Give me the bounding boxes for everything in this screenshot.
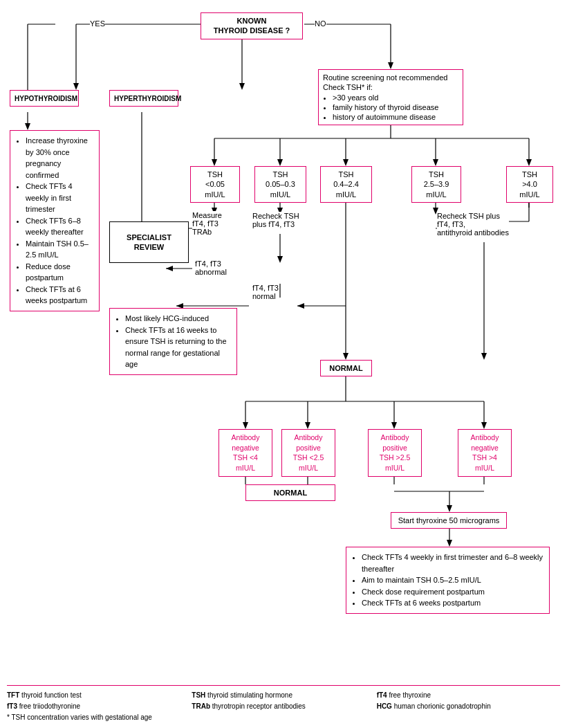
svg-marker-8 — [388, 62, 393, 69]
tsh-5-box: TSH >4.0 mIU/L — [506, 166, 553, 203]
measure-ft4-label: MeasurefT4, fT3TRAb — [192, 211, 222, 236]
tsh-3-box: TSH 0.4–2.4 mIU/L — [320, 166, 372, 203]
svg-marker-34 — [277, 256, 283, 263]
svg-marker-36 — [166, 266, 173, 271]
hypo-list-box: Increase thyroxine by 30% once pregnancy… — [10, 130, 100, 311]
footer-col1: TFT thyroid function test fT3 free triio… — [7, 690, 190, 723]
svg-marker-58 — [243, 422, 248, 429]
svg-marker-26 — [526, 159, 532, 166]
hypo-list: Increase thyroxine by 30% once pregnancy… — [16, 135, 93, 307]
svg-marker-42 — [297, 303, 304, 309]
ab-neg-tsh4-box: Antibody negative TSH <4 mIU/L — [219, 429, 272, 477]
svg-marker-10 — [239, 83, 245, 90]
ft4-ft3-abnormal-label: fT4, fT3abnormal — [195, 260, 227, 276]
known-thyroid-box: KNOWN THYROID DISEASE ? — [201, 12, 303, 39]
svg-marker-12 — [25, 123, 30, 130]
svg-marker-20 — [277, 159, 283, 166]
svg-marker-18 — [212, 159, 217, 166]
footer-col3: fT4 free thyroxine HCG human chorionic g… — [377, 690, 560, 723]
svg-marker-51 — [481, 353, 487, 360]
ft4-ft3-normal-label: fT4, fT3normal — [252, 284, 279, 300]
routine-screening-box: Routine screening not recommended Check … — [318, 69, 463, 125]
svg-marker-62 — [391, 422, 397, 429]
tsh-1-box: TSH <0.05 mIU/L — [190, 166, 240, 203]
flowchart: YES NO KNOWN THYROID DISEASE ? HYPOTHYRO… — [7, 7, 560, 671]
normal-2-box: NORMAL — [245, 484, 335, 501]
svg-marker-24 — [433, 159, 438, 166]
ab-pos-tsh25b-box: Antibody positive TSH >2.5 mIU/L — [368, 429, 422, 477]
svg-marker-44 — [343, 353, 348, 360]
normal-1-box: NORMAL — [320, 360, 372, 376]
svg-marker-64 — [481, 422, 487, 429]
hcg-induced-box: Most likely HCG-induced Check TFTs at 16… — [109, 308, 237, 375]
hyperthyroidism-box: HYPERTHYROIDISM — [109, 90, 178, 107]
yes-label: YES — [90, 19, 105, 28]
hypothyroidism-box: HYPOTHYROIDISM — [10, 90, 79, 107]
svg-marker-60 — [305, 422, 310, 429]
no-label: NO — [315, 19, 326, 28]
final-list-box: Check TFTs 4 weekly in first trimester a… — [346, 547, 550, 614]
recheck-ft4-label: Recheck TSHplus fT4, fT3 — [252, 212, 299, 228]
ab-neg-tsh4b-box: Antibody negative TSH >4 mIU/L — [458, 429, 512, 477]
start-thyroxine-box: Start thyroxine 50 micrograms — [391, 512, 507, 529]
recheck-antithyroid-label: Recheck TSH plusfT4, fT3,antithyroid ant… — [437, 212, 509, 237]
specialist-review-box: SPECIALIST REVIEW — [109, 221, 189, 263]
footer-col2: TSH thyroid stimulating hormone TRAb thy… — [192, 690, 375, 723]
footer-grid: TFT thyroid function test fT3 free triio… — [7, 690, 560, 723]
svg-marker-74 — [447, 505, 452, 512]
ab-pos-tsh25-box: Antibody positive TSH <2.5 mIU/L — [281, 429, 335, 477]
footer: TFT thyroid function test fT3 free triio… — [7, 685, 560, 723]
svg-marker-76 — [447, 540, 452, 547]
svg-marker-22 — [343, 159, 348, 166]
tsh-4-box: TSH 2.5–3.9 mIU/L — [411, 166, 461, 203]
tsh-2-box: TSH 0.05–0.3 mIU/L — [254, 166, 306, 203]
svg-marker-2 — [73, 83, 79, 90]
